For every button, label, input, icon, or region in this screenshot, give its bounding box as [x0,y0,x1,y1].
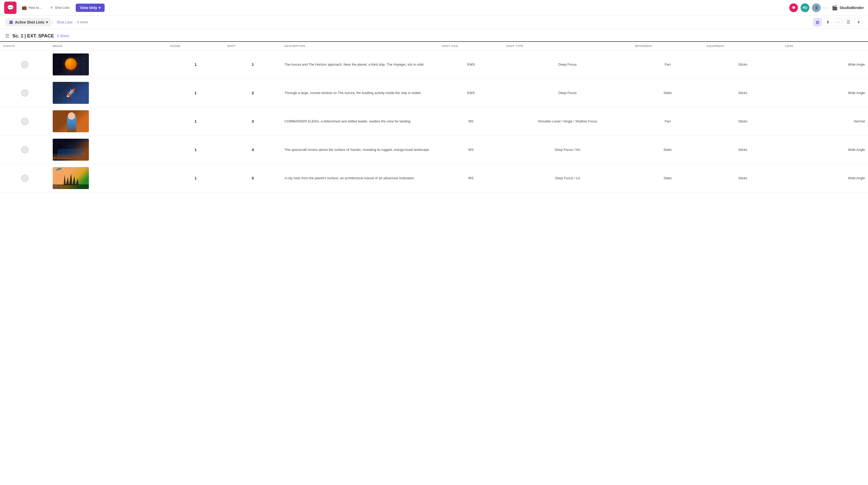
nav-right: 💬 RD 👤 ··· 🎬 StudioBinder [789,3,864,12]
status-circle[interactable] [21,118,28,125]
image-cell[interactable]: 🚀 [50,79,167,107]
view-only-button[interactable]: View Only ▾ [76,4,104,12]
col-header-shottype: SHOT TYPE [503,42,632,51]
shots-count-badge: 6 shots [75,19,90,25]
status-circle[interactable] [21,61,28,68]
view-only-label: View Only [80,6,97,10]
description-cell: A city rises from the planet's surface, … [281,164,439,192]
description-cell: The Aurora and The Horizon approach. Nea… [281,51,439,79]
active-shot-lists-label: Active Shot Lists [15,20,44,24]
shot-type-cell: Deep Focus [503,51,632,79]
equipment-cell: Sticks [704,107,782,136]
table-row: 1 4 The spacecraft hovers above the surf… [0,136,868,164]
shots-tbody: 1 1 The Aurora and The Horizon approach.… [0,51,868,192]
status-cell [0,79,50,107]
shot-lists-link[interactable]: Shot Lists [54,19,75,26]
status-cell [0,164,50,192]
shot-size-cell: MS [439,107,503,136]
col-header-lens: LENS [782,42,868,51]
brand-name: StudioBinder [840,5,864,10]
rows-view-button[interactable]: ☰ [844,18,852,26]
expand-button[interactable]: ▾ [855,18,863,26]
equipment-cell: Sticks [704,51,782,79]
scene-shots-badge: 6 Shots [57,34,69,38]
nav-how-to[interactable]: 💼 How to... [19,4,45,12]
briefcase-icon: 💼 [22,5,27,10]
brand-logo: 🎬 StudioBinder [832,5,864,10]
more-options-button[interactable]: ··· [834,18,842,26]
image-cell[interactable] [50,164,167,192]
lens-cell: Wide Angle [782,164,868,192]
nav-shot-lists[interactable]: ✳ Shot Lists [47,4,72,12]
shot-type-cell: Deep Focus / LA [503,164,632,192]
status-cell [0,107,50,136]
lens-cell: Wide Angle [782,51,868,79]
shot-number: 4 [224,136,282,164]
shot-number: 3 [224,107,282,136]
shot-size-cell: EWS [439,51,503,79]
avatar-chat[interactable]: 💬 [789,3,798,12]
nav-divider: | [52,20,53,25]
scene-number: 1 [167,107,224,136]
table-row: 1 3 COMMANDER ELENA, a determined and sk… [0,107,868,136]
equipment-cell: Sticks [704,79,782,107]
nav-shot-lists-label: Shot Lists [55,6,69,9]
movement-cell: Pan [632,51,704,79]
image-cell[interactable] [50,51,167,79]
download-button[interactable]: ⬇ [824,18,832,26]
status-circle[interactable] [21,146,28,153]
lens-cell: Wide Angle [782,136,868,164]
table-row: 1 5 A city rises from the planet's surfa… [0,164,868,192]
grid-icon: ▦ [8,20,13,25]
more-menu-button[interactable]: ··· [823,5,829,10]
col-header-description: DESCRIPTION [281,42,439,51]
top-nav: 💬 💼 How to... ✳ Shot Lists View Only ▾ 💬… [0,0,868,15]
status-cell [0,136,50,164]
shot-size-cell: WS [439,136,503,164]
scene-lines-icon: ☰ [5,33,9,39]
chevron-down-icon: ▾ [99,6,100,10]
active-shot-lists-button[interactable]: ▦ Active Shot Lists ▾ [5,18,51,26]
col-header-scene: SCENE [167,42,224,51]
nav-how-to-label: How to... [28,6,41,9]
movement-cell: Pan [632,107,704,136]
col-header-shotsize: SHOT SIZE [439,42,503,51]
col-header-shot: SHOT [224,42,282,51]
image-cell[interactable] [50,136,167,164]
status-circle[interactable] [21,89,28,97]
shot-type-cell: Deep Focus [503,79,632,107]
movement-cell: Static [632,79,704,107]
status-cell [0,51,50,79]
equipment-cell: Sticks [704,164,782,192]
table-row: 🚀 1 2 Through a large, curved window on … [0,79,868,107]
sub-nav: ▦ Active Shot Lists ▾ | Shot Lists 6 sho… [0,15,868,29]
shot-size-cell: EWS [439,79,503,107]
avatar-user[interactable]: 👤 [812,3,821,12]
col-header-image: IMAGE [50,42,167,51]
shot-type-cell: Deep Focus / HA [503,136,632,164]
equipment-cell: Sticks [704,136,782,164]
scene-title: Sc. 1 | EXT. SPACE [12,33,54,39]
scene-header: ☰ Sc. 1 | EXT. SPACE 6 Shots [0,29,868,42]
col-header-equipment: EQUIPMENT [704,42,782,51]
avatar-rd[interactable]: RD [801,3,809,12]
shots-table: STATUS IMAGE SCENE SHOT DESCRIPTION SHOT… [0,42,868,192]
app-logo[interactable]: 💬 [4,2,17,14]
table-header: STATUS IMAGE SCENE SHOT DESCRIPTION SHOT… [0,42,868,51]
grid-view-button[interactable]: ▦ [813,18,822,26]
shot-type-cell: Shoulder Level / Single / Shallow Focus [503,107,632,136]
image-cell[interactable] [50,107,167,136]
scene-number: 1 [167,136,224,164]
scene-number: 1 [167,79,224,107]
shot-size-cell: WS [439,164,503,192]
col-header-movement: MOVEMENT [632,42,704,51]
sub-nav-left: ▦ Active Shot Lists ▾ | Shot Lists 6 sho… [5,18,90,26]
chevron-down-icon: ▾ [46,20,48,24]
shot-number: 2 [224,79,282,107]
status-circle[interactable] [21,174,28,182]
movement-cell: Static [632,136,704,164]
description-cell: Through a large, curved window on The Au… [281,79,439,107]
pinwheel-icon: ✳ [50,5,53,10]
brand-icon: 🎬 [832,5,838,10]
shot-number: 1 [224,51,282,79]
